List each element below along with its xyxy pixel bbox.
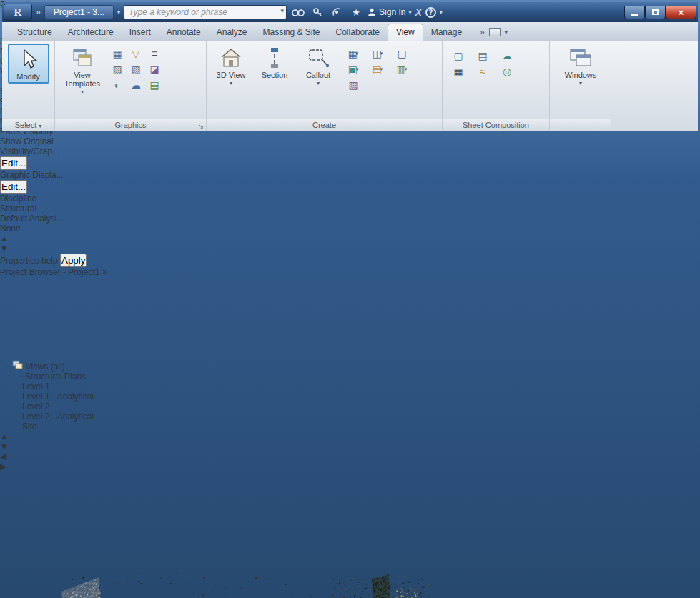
property-row-default-analysis[interactable]: Default Analysi... None	[0, 214, 700, 234]
callout-button[interactable]: Callout ▾	[297, 44, 339, 89]
callout-caret[interactable]: ▾	[317, 79, 320, 88]
ribbon-state-icon[interactable]	[489, 28, 501, 36]
revisions-icon[interactable]: ☁	[499, 49, 515, 63]
scope-box-icon[interactable]: ▧	[345, 78, 361, 92]
scroll-down-icon[interactable]: ▼	[0, 244, 700, 254]
tab-annotate[interactable]: Annotate	[159, 24, 209, 41]
properties-scrollbar[interactable]: ▲ ▼	[0, 234, 700, 254]
scroll-down-icon[interactable]: ▼	[0, 442, 700, 452]
graphics-dialog-launcher-icon[interactable]: ↘	[198, 121, 204, 132]
tab-insert[interactable]: Insert	[122, 24, 159, 41]
maximize-button[interactable]	[645, 6, 666, 19]
minimize-button[interactable]	[624, 6, 645, 19]
view-templates-caret[interactable]: ▾	[81, 88, 84, 96]
windows-panel-label	[550, 119, 611, 131]
elevation-icon[interactable]: ◫▾	[370, 46, 385, 61]
filters-icon[interactable]: ▽	[128, 46, 144, 61]
tab-architecture[interactable]: Architecture	[60, 24, 122, 41]
show-hidden-lines-icon[interactable]: ▨	[109, 62, 125, 76]
ribbon-minimize-caret[interactable]: ▾	[505, 29, 508, 36]
modify-cursor-icon	[19, 46, 38, 72]
scroll-up-icon[interactable]: ▲	[0, 234, 700, 244]
qat-customize-caret[interactable]: ▾	[117, 9, 120, 16]
thin-lines-icon[interactable]: ≡	[147, 46, 162, 61]
close-button[interactable]: ×	[666, 6, 696, 19]
tab-massing-site[interactable]: Massing & Site	[255, 24, 327, 41]
matchline-icon[interactable]: ≈	[475, 64, 491, 79]
schedules-icon[interactable]: ▥▾	[394, 62, 410, 76]
select-panel-label[interactable]: Select ▾	[2, 119, 54, 131]
favorites-star-icon[interactable]: ★	[348, 5, 364, 19]
section-button[interactable]: Section	[254, 44, 295, 81]
duplicate-view-icon[interactable]: ▣▾	[345, 62, 361, 76]
render-in-cloud-icon[interactable]: ☁	[128, 78, 144, 92]
help-icon[interactable]: ?	[425, 7, 436, 18]
visibility-graphics-edit-button[interactable]: Edit...	[0, 156, 27, 170]
graphic-display-edit-button[interactable]: Edit...	[0, 180, 27, 194]
modify-button[interactable]: Modify	[8, 44, 49, 84]
tab-collaborate[interactable]: Collaborate	[328, 24, 388, 41]
subscription-center-icon[interactable]	[310, 5, 325, 19]
render-gallery-icon[interactable]: ▤	[147, 78, 162, 92]
scroll-left-icon[interactable]: ◀	[0, 452, 700, 462]
exchange-apps-icon[interactable]: X	[415, 6, 421, 18]
application-menu-button[interactable]: R	[4, 4, 32, 21]
scroll-up-icon[interactable]: ▲	[0, 432, 700, 442]
plan-views-icon[interactable]: ▦▾	[345, 46, 361, 61]
tree-item-site[interactable]: Site	[0, 422, 700, 432]
render-icon[interactable]: ◐	[109, 78, 125, 92]
legends-icon[interactable]: ▤▾	[370, 62, 385, 76]
tab-manage[interactable]: Manage	[423, 24, 470, 41]
visibility-graphics-icon[interactable]: ▦	[109, 46, 125, 61]
project-browser-hscrollbar[interactable]: ◀ ▶	[0, 452, 700, 472]
select-panel: Modify Select ▾	[2, 41, 55, 131]
tree-item-level-2[interactable]: Level 2	[0, 402, 700, 412]
modify-tab-chevron[interactable]: »	[480, 27, 485, 37]
quick-access-toolbar-chevron[interactable]: »	[36, 7, 41, 17]
3d-view-caret[interactable]: ▾	[230, 79, 232, 88]
select-panel-caret[interactable]: ▾	[39, 123, 41, 129]
expander-icon[interactable]: −	[5, 362, 10, 372]
3d-view-button[interactable]: 3D View ▾	[210, 44, 252, 89]
cut-profile-icon[interactable]: ◪	[147, 62, 162, 76]
search-input[interactable]	[124, 5, 287, 19]
title-block-icon[interactable]: ▤	[475, 49, 491, 63]
tab-analyze[interactable]: Analyze	[209, 24, 255, 41]
point-cloud-canvas[interactable]	[0, 472, 471, 598]
sheet-icon[interactable]: ▢	[450, 49, 466, 63]
project-browser-header[interactable]: Project Browser - Project1 ×	[0, 267, 700, 277]
graphics-panel: View Templates ▾ ▦ ▽ ≡ ▨ ▧ ◪ ◐ ☁ ▤ Graph…	[55, 41, 207, 131]
view-templates-button[interactable]: View Templates ▾	[59, 44, 106, 98]
window-controls: ×	[624, 6, 696, 19]
tree-item-structural-plans[interactable]: − Structural Plans	[0, 372, 700, 382]
search-scope-caret[interactable]: ▾	[281, 7, 285, 14]
property-row-discipline[interactable]: Discipline Structural	[0, 194, 700, 214]
communication-center-icon[interactable]	[329, 5, 345, 19]
scroll-right-icon[interactable]: ▶	[0, 462, 700, 472]
view-reference-icon[interactable]: ◎	[499, 64, 515, 79]
remove-hidden-lines-icon[interactable]: ▧	[128, 62, 144, 76]
apply-button[interactable]: Apply	[60, 254, 87, 267]
project-browser-palette: Project Browser - Project1 × − Views (al…	[0, 267, 700, 472]
callout-label: Callout	[306, 71, 330, 79]
help-caret[interactable]: ▾	[440, 9, 443, 16]
windows-button[interactable]: Windows ▾	[560, 44, 601, 89]
windows-caret[interactable]: ▾	[579, 79, 582, 88]
tree-item-level-1-analytical[interactable]: Level 1 - Analytical	[0, 392, 700, 402]
drawing-area[interactable]: × TOP FRONT RIGHT	[0, 472, 700, 598]
sign-in-control[interactable]: Sign In ▾	[368, 7, 411, 17]
guide-grid-icon[interactable]: ▦	[450, 64, 466, 79]
project-browser-close-icon[interactable]: ×	[102, 267, 107, 277]
tree-item-level-1[interactable]: Level 1	[0, 382, 700, 392]
tab-structure[interactable]: Structure	[9, 24, 60, 41]
search-binoculars-icon[interactable]	[290, 5, 306, 19]
tree-item-views-all[interactable]: − Views (all)	[0, 360, 700, 372]
sign-in-caret[interactable]: ▾	[408, 9, 411, 16]
tree-item-level-2-analytical[interactable]: Level 2 - Analytical	[0, 412, 700, 422]
tab-view[interactable]: View	[388, 24, 423, 41]
3d-view-house-icon	[219, 45, 243, 71]
project-browser-scrollbar[interactable]: ▲ ▼	[0, 432, 700, 452]
drafting-view-icon[interactable]: ▢	[394, 46, 410, 61]
properties-help-link[interactable]: Properties help	[0, 256, 58, 266]
expander-icon[interactable]: −	[18, 372, 23, 382]
